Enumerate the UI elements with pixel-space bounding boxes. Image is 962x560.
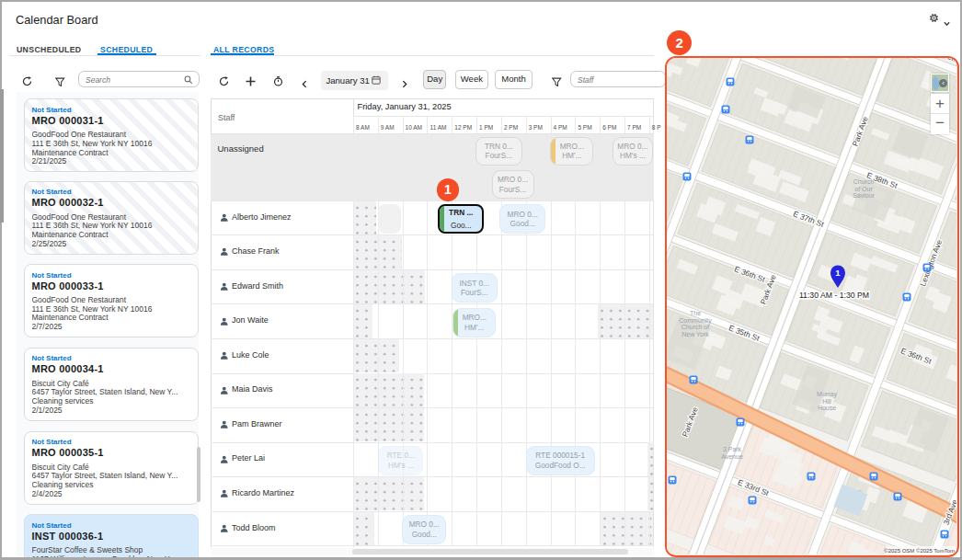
svg-text:1: 1 <box>835 268 841 278</box>
svg-text:©2025 OSM ©2025 TomTom: ©2025 OSM ©2025 TomTom <box>884 548 955 554</box>
svg-text:11:30 AM - 1:30 PM: 11:30 AM - 1:30 PM <box>799 291 869 300</box>
svg-text:3 ParkAvenue: 3 ParkAvenue <box>721 446 743 460</box>
svg-text:Churchof OurSaviour: Churchof OurSaviour <box>853 178 875 199</box>
